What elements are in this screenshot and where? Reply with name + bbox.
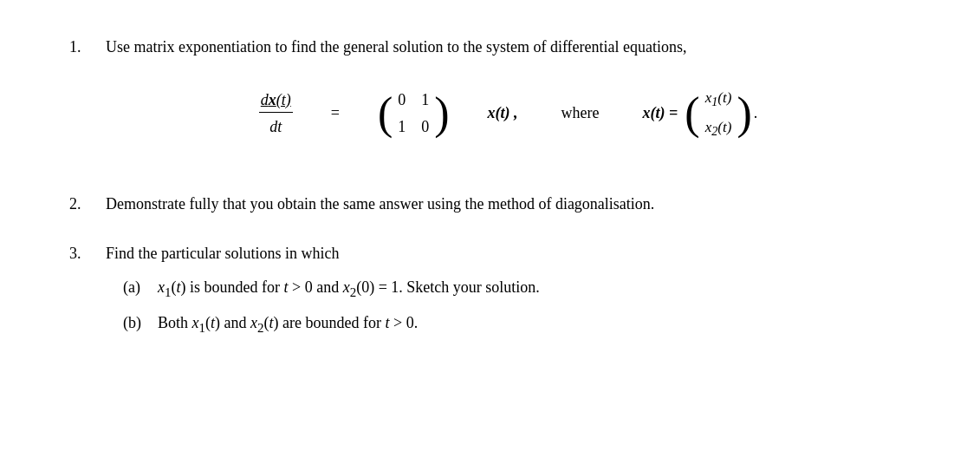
- equation-block: dx(t) dt = ( 0 1 1 0 ) x(t) ,: [106, 84, 911, 143]
- matrix-cell-11: 0: [421, 114, 429, 140]
- problem-3-text: Find the particular solutions in which: [106, 245, 339, 262]
- xvec-lhs: x(t) =: [643, 101, 678, 126]
- subproblem-list: (a) x1(t) is bounded for t > 0 and x2(0)…: [123, 275, 911, 338]
- subproblem-b-label: (b): [123, 311, 147, 338]
- fraction-denominator: dt: [268, 113, 283, 140]
- matrix-grid: 0 1 1 0: [393, 84, 434, 143]
- problem-3-number: 3.: [69, 241, 95, 347]
- problem-1-number: 1.: [69, 35, 95, 167]
- subproblem-a: (a) x1(t) is bounded for t > 0 and x2(0)…: [123, 275, 911, 303]
- subproblem-b-text: Both x1(t) and x2(t) are bounded for t >…: [158, 311, 418, 338]
- subproblem-a-label: (a): [123, 275, 147, 303]
- problem-list: 1. Use matrix exponentiation to find the…: [69, 35, 911, 347]
- matrix-cell-10: 1: [398, 114, 406, 140]
- col-vec: ( x1(t) x2(t) ): [685, 84, 751, 143]
- matrix-cell-00: 0: [398, 88, 406, 113]
- rhs-xvec: x(t) ,: [488, 101, 518, 126]
- fraction-dxdt: dx(t) dt: [259, 88, 293, 141]
- matrix-cell-01: 1: [421, 88, 429, 113]
- col-vec-entry-2: x2(t): [705, 115, 732, 141]
- problem-2-content: Demonstrate fully that you obtain the sa…: [106, 192, 911, 217]
- problem-2-text: Demonstrate fully that you obtain the sa…: [106, 195, 654, 213]
- right-paren-matrix: ): [434, 92, 449, 134]
- problem-2-number: 2.: [69, 192, 95, 217]
- col-vec-entries: x1(t) x2(t): [700, 84, 737, 143]
- col-vec-entry-1: x1(t): [705, 86, 732, 112]
- problem-1-content: Use matrix exponentiation to find the ge…: [106, 35, 911, 167]
- problem-3-content: Find the particular solutions in which (…: [106, 241, 911, 347]
- subproblem-b: (b) Both x1(t) and x2(t) are bounded for…: [123, 311, 911, 338]
- xvec-equation: x(t) = ( x1(t) x2(t) ) .: [643, 84, 758, 143]
- problem-1-text: Use matrix exponentiation to find the ge…: [106, 38, 687, 56]
- problem-3: 3. Find the particular solutions in whic…: [69, 241, 911, 347]
- equals-sign-1: =: [331, 101, 340, 126]
- right-paren-colvec: ): [737, 92, 751, 134]
- period: .: [754, 101, 758, 126]
- subproblem-a-text: x1(t) is bounded for t > 0 and x2(0) = 1…: [158, 275, 540, 303]
- problem-1: 1. Use matrix exponentiation to find the…: [69, 35, 911, 167]
- left-paren-matrix: (: [378, 92, 393, 134]
- problem-2: 2. Demonstrate fully that you obtain the…: [69, 192, 911, 217]
- left-paren-colvec: (: [685, 92, 699, 134]
- where-label: where: [561, 101, 600, 126]
- matrix: ( 0 1 1 0 ): [378, 84, 450, 143]
- fraction-numerator: dx(t): [259, 88, 293, 114]
